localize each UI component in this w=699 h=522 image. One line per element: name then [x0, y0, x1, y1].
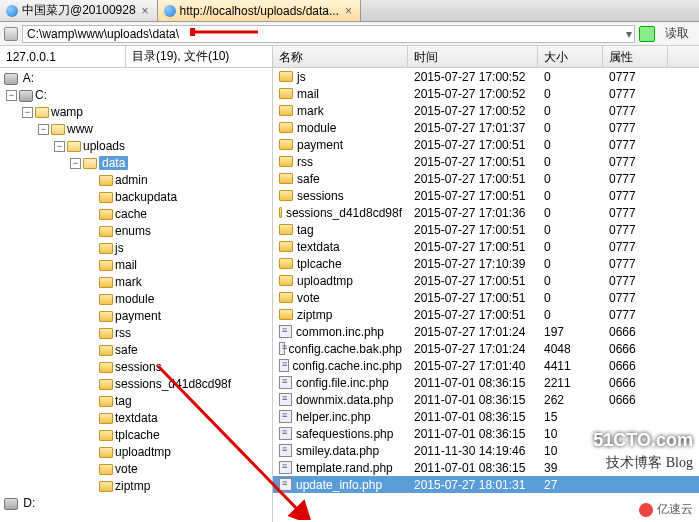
file-row[interactable]: config.file.inc.php 2011-07-01 08:36:15 …: [273, 374, 699, 391]
file-row[interactable]: module 2015-07-27 17:01:37 0 0777: [273, 119, 699, 136]
tree-node[interactable]: − C:: [4, 87, 272, 104]
file-row[interactable]: sessions_d41d8cd98f 2015-07-27 17:01:36 …: [273, 204, 699, 221]
col-attr[interactable]: 属性: [603, 46, 668, 67]
tree-node[interactable]: js: [4, 240, 272, 257]
tree-label: safe: [115, 342, 138, 359]
file-attr: 0777: [603, 70, 668, 84]
tree-node[interactable]: cache: [4, 206, 272, 223]
dir-tree[interactable]: A:− C:− wamp− www− uploads−data admin ba…: [0, 68, 272, 514]
file-row[interactable]: sessions 2015-07-27 17:00:51 0 0777: [273, 187, 699, 204]
file-row[interactable]: mark 2015-07-27 17:00:52 0 0777: [273, 102, 699, 119]
tree-node[interactable]: admin: [4, 172, 272, 189]
tree-node[interactable]: safe: [4, 342, 272, 359]
file-row[interactable]: config.cache.inc.php 2015-07-27 17:01:40…: [273, 357, 699, 374]
file-row[interactable]: payment 2015-07-27 17:00:51 0 0777: [273, 136, 699, 153]
file-attr: 0777: [603, 274, 668, 288]
go-button[interactable]: [639, 26, 655, 42]
tree-toggle[interactable]: −: [38, 124, 49, 135]
tree-node[interactable]: tplcache: [4, 427, 272, 444]
file-time: 2015-07-27 17:00:51: [408, 308, 538, 322]
file-row[interactable]: rss 2015-07-27 17:00:51 0 0777: [273, 153, 699, 170]
close-icon[interactable]: ×: [343, 4, 354, 18]
tab-active[interactable]: http://localhost/uploads/data... ×: [158, 0, 361, 21]
tree-node[interactable]: backupdata: [4, 189, 272, 206]
tree-node[interactable]: module: [4, 291, 272, 308]
file-size: 0: [538, 138, 603, 152]
file-row[interactable]: vote 2015-07-27 17:00:51 0 0777: [273, 289, 699, 306]
read-button[interactable]: 读取: [659, 25, 695, 42]
folder-icon: [99, 481, 113, 492]
file-row[interactable]: downmix.data.php 2011-07-01 08:36:15 262…: [273, 391, 699, 408]
file-size: 4411: [538, 359, 603, 373]
close-icon[interactable]: ×: [140, 4, 151, 18]
php-file-icon: [279, 410, 292, 423]
file-row[interactable]: tag 2015-07-27 17:00:51 0 0777: [273, 221, 699, 238]
tree-node[interactable]: uploadtmp: [4, 444, 272, 461]
tree-node[interactable]: mark: [4, 274, 272, 291]
file-row[interactable]: helper.inc.php 2011-07-01 08:36:15 15: [273, 408, 699, 425]
file-row[interactable]: ziptmp 2015-07-27 17:00:51 0 0777: [273, 306, 699, 323]
file-name: helper.inc.php: [296, 410, 371, 424]
file-size: 27: [538, 478, 603, 492]
file-name: tag: [297, 223, 314, 237]
file-size: 39: [538, 461, 603, 475]
tree-label: sessions: [115, 359, 162, 376]
tree-node[interactable]: textdata: [4, 410, 272, 427]
tree-label: A:: [20, 70, 34, 87]
tree-toggle[interactable]: −: [54, 141, 65, 152]
file-row[interactable]: tplcache 2015-07-27 17:10:39 0 0777: [273, 255, 699, 272]
file-row[interactable]: safe 2015-07-27 17:00:51 0 0777: [273, 170, 699, 187]
tree-label: textdata: [115, 410, 158, 427]
tree-node[interactable]: A:: [4, 70, 272, 87]
tree-node[interactable]: vote: [4, 461, 272, 478]
tree-node[interactable]: − wamp: [4, 104, 272, 121]
tree-label: js: [115, 240, 124, 257]
php-file-icon: [279, 444, 292, 457]
tree-node[interactable]: rss: [4, 325, 272, 342]
ip-row: 127.0.0.1 目录(19), 文件(10): [0, 46, 272, 68]
tree-node[interactable]: payment: [4, 308, 272, 325]
folder-icon: [279, 258, 293, 269]
tree-node[interactable]: tag: [4, 393, 272, 410]
col-size[interactable]: 大小: [538, 46, 603, 67]
col-name[interactable]: 名称: [273, 46, 408, 67]
tree-node[interactable]: sessions: [4, 359, 272, 376]
file-size: 197: [538, 325, 603, 339]
file-row[interactable]: textdata 2015-07-27 17:00:51 0 0777: [273, 238, 699, 255]
tree-toggle[interactable]: −: [22, 107, 33, 118]
path-input[interactable]: C:\wamp\www\uploads\data\ ▾: [22, 25, 635, 43]
folder-icon: [99, 396, 113, 407]
col-time[interactable]: 时间: [408, 46, 538, 67]
file-row[interactable]: config.cache.bak.php 2015-07-27 17:01:24…: [273, 340, 699, 357]
tree-node[interactable]: D:: [4, 495, 272, 512]
tree-toggle[interactable]: −: [6, 90, 17, 101]
column-headers: 名称 时间 大小 属性: [273, 46, 699, 68]
tree-toggle[interactable]: −: [70, 158, 81, 169]
file-row[interactable]: js 2015-07-27 17:00:52 0 0777: [273, 68, 699, 85]
folder-icon: [279, 88, 293, 99]
file-row[interactable]: update_info.php 2015-07-27 18:01:31 27: [273, 476, 699, 493]
tree-label: uploadtmp: [115, 444, 171, 461]
folder-icon: [279, 190, 293, 201]
file-time: 2015-07-27 17:01:40: [408, 359, 538, 373]
php-file-icon: [279, 342, 285, 355]
file-attr: 0777: [603, 87, 668, 101]
dropdown-icon[interactable]: ▾: [626, 27, 632, 41]
file-size: 0: [538, 172, 603, 186]
tree-node[interactable]: enums: [4, 223, 272, 240]
tree-label: tplcache: [115, 427, 160, 444]
file-row[interactable]: common.inc.php 2015-07-27 17:01:24 197 0…: [273, 323, 699, 340]
folder-icon: [99, 413, 113, 424]
file-attr: 0777: [603, 138, 668, 152]
tree-node[interactable]: − www: [4, 121, 272, 138]
file-row[interactable]: uploadtmp 2015-07-27 17:00:51 0 0777: [273, 272, 699, 289]
tree-node[interactable]: − uploads: [4, 138, 272, 155]
tab-inactive[interactable]: 中国菜刀@20100928 ×: [0, 0, 158, 21]
file-time: 2011-07-01 08:36:15: [408, 461, 538, 475]
tree-node[interactable]: mail: [4, 257, 272, 274]
folder-icon: [279, 224, 293, 235]
tree-node[interactable]: sessions_d41d8cd98f: [4, 376, 272, 393]
file-row[interactable]: mail 2015-07-27 17:00:52 0 0777: [273, 85, 699, 102]
tree-node[interactable]: −data: [4, 155, 272, 172]
tree-node[interactable]: ziptmp: [4, 478, 272, 495]
